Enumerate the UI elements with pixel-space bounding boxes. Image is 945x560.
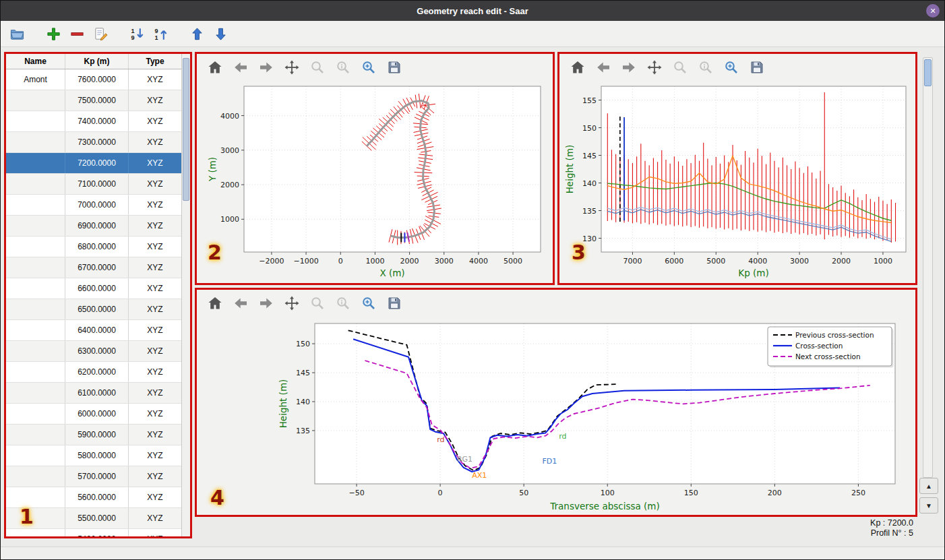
table-row[interactable]: Amont7600.0000XYZ <box>6 69 181 90</box>
close-button[interactable]: ✕ <box>926 4 940 18</box>
kp-readout: Kp : 7200.0 <box>870 518 913 528</box>
plot-zoom-plus-button[interactable] <box>360 59 377 76</box>
column-header-type[interactable]: Type <box>129 54 181 69</box>
table-row[interactable]: 6100.0000XYZ <box>6 383 181 404</box>
plot-pan-button[interactable] <box>283 59 301 76</box>
table-row[interactable]: 7200.0000XYZ <box>6 153 181 174</box>
plot-zoom-plus-button[interactable] <box>723 59 740 76</box>
svg-text:50: 50 <box>519 489 528 497</box>
cell-kp: 6500.0000 <box>65 299 129 319</box>
profile-down-button[interactable]: ▼ <box>919 497 938 514</box>
column-header-kp[interactable]: Kp (m) <box>65 54 129 69</box>
cell-kp: 6900.0000 <box>65 216 129 236</box>
table-row[interactable]: 6800.0000XYZ <box>6 237 181 257</box>
plot-save-button[interactable] <box>386 294 403 312</box>
table-row[interactable]: 7000.0000XYZ <box>6 195 181 216</box>
cell-kp: 6800.0000 <box>65 237 129 257</box>
svg-text:155: 155 <box>582 96 597 105</box>
remove-button[interactable] <box>67 24 86 43</box>
svg-text:−2000: −2000 <box>259 257 284 266</box>
plot-save-button[interactable] <box>748 59 766 76</box>
svg-text:1000: 1000 <box>874 257 892 266</box>
table-scrollbar-thumb[interactable] <box>183 58 189 201</box>
cell-name <box>6 362 65 382</box>
cell-type: XYZ <box>129 132 181 152</box>
plot-zoom-button <box>671 59 689 76</box>
table-row[interactable]: 5700.0000XYZ <box>6 466 181 487</box>
table-row[interactable]: 6400.0000XYZ <box>6 320 181 341</box>
pan-icon <box>284 295 300 311</box>
plot-pan-button[interactable] <box>646 59 663 76</box>
table-row[interactable]: 6000.0000XYZ <box>6 404 181 425</box>
cross-sections-list-panel: Name Kp (m) Type Amont7600.0000XYZ7500.0… <box>4 52 192 538</box>
svg-text:4000: 4000 <box>748 257 767 266</box>
table-row[interactable]: 6200.0000XYZ <box>6 362 181 383</box>
sort-asc-button[interactable]: 91 <box>151 24 170 43</box>
plot-forward-button[interactable] <box>257 59 275 76</box>
cell-type: XYZ <box>129 466 181 487</box>
table-row[interactable]: 6600.0000XYZ <box>6 278 181 299</box>
longitudinal-profile-chart[interactable]: 7000600050004000300020001000130135140145… <box>559 81 915 282</box>
table-row[interactable]: 7400.0000XYZ <box>6 111 181 132</box>
table-row[interactable]: 6500.0000XYZ <box>6 299 181 320</box>
table-scrollbar[interactable] <box>181 54 190 536</box>
forward-icon <box>258 59 274 75</box>
open-button[interactable] <box>7 24 26 43</box>
plot-save-button[interactable] <box>386 59 403 76</box>
plot-forward-button[interactable] <box>257 294 275 312</box>
toolbar-separator <box>31 34 39 34</box>
cell-type: XYZ <box>129 237 181 257</box>
table-row[interactable]: 5800.0000XYZ <box>6 445 181 466</box>
add-button[interactable] <box>44 24 63 43</box>
cell-name <box>6 487 65 507</box>
plot-back-button[interactable] <box>232 59 249 76</box>
plot-zoom-plus-button[interactable] <box>360 294 377 312</box>
move-down-button[interactable] <box>211 24 230 43</box>
plot-home-button[interactable] <box>206 59 224 76</box>
table-row[interactable]: 6700.0000XYZ <box>6 257 181 278</box>
svg-text:1000: 1000 <box>365 257 384 266</box>
table-row[interactable]: 5400.0000XYZ <box>6 529 181 536</box>
table-row[interactable]: 6900.0000XYZ <box>6 216 181 237</box>
down-arrow-icon: ▼ <box>925 502 932 509</box>
plan-view-chart[interactable]: −2000−1000010002000300040005000100020003… <box>197 81 553 282</box>
table-row[interactable]: 7500.0000XYZ <box>6 90 181 111</box>
profile-up-button[interactable]: ▲ <box>919 478 938 494</box>
plot-forward-button[interactable] <box>620 59 638 76</box>
move-up-button[interactable] <box>187 24 206 43</box>
plot-pan-button[interactable] <box>283 294 301 312</box>
plot-home-button[interactable] <box>569 59 586 76</box>
cell-name <box>6 425 65 445</box>
table-row[interactable]: 7100.0000XYZ <box>6 174 181 195</box>
cell-kp: 5400.0000 <box>65 529 129 536</box>
plot-back-button[interactable] <box>232 294 249 312</box>
svg-text:150: 150 <box>296 340 310 348</box>
back-icon <box>233 59 249 75</box>
table-row[interactable]: 5900.0000XYZ <box>6 425 181 445</box>
sort-desc-button[interactable]: 19 <box>127 24 146 43</box>
column-header-name[interactable]: Name <box>6 54 65 69</box>
right-scrollbar[interactable] <box>923 57 933 478</box>
window-title: Geometry reach edit - Saar <box>417 6 528 16</box>
cell-name <box>6 320 65 340</box>
svg-text:6000: 6000 <box>665 257 683 266</box>
plot-home-button[interactable] <box>206 294 224 312</box>
svg-text:135: 135 <box>582 207 597 216</box>
plot-zoom-info-button <box>334 294 352 312</box>
cell-kp: 6700.0000 <box>65 257 129 278</box>
svg-text:145: 145 <box>296 369 310 377</box>
cell-kp: 7300.0000 <box>65 132 129 152</box>
cross-section-chart[interactable]: rdRG1AX1FD1rd−50050100150200250135140145… <box>197 317 915 515</box>
cell-name <box>6 278 65 299</box>
edit-button[interactable] <box>91 24 110 43</box>
table-row[interactable]: 6300.0000XYZ <box>6 341 181 362</box>
longitudinal-profile-panel: 7000600050004000300020001000130135140145… <box>557 52 917 285</box>
move-down-icon <box>213 26 228 42</box>
right-scrollbar-thumb[interactable] <box>924 59 932 86</box>
cell-kp: 7100.0000 <box>65 174 129 194</box>
svg-text:200: 200 <box>768 489 782 497</box>
plot-back-button[interactable] <box>595 59 612 76</box>
svg-text:2000: 2000 <box>832 257 851 266</box>
table-row[interactable]: 7300.0000XYZ <box>6 132 181 153</box>
cell-name <box>6 529 65 536</box>
